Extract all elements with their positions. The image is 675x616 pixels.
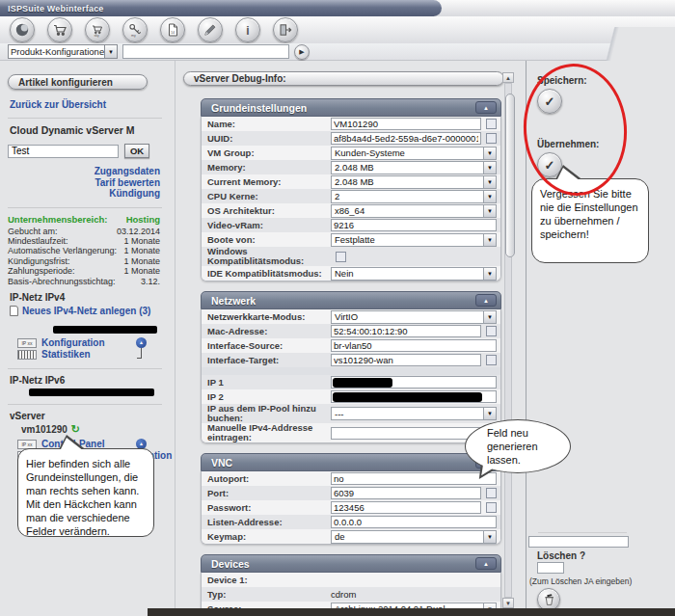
key-icon[interactable]: my [122, 17, 148, 42]
field-select-ip-aus-dem-ip-pool-hinzu-buchen[interactable]: ---▼ [331, 407, 497, 420]
save-button[interactable]: ✓ [537, 89, 562, 114]
configure-article-button[interactable]: Artikel konfigurieren [8, 74, 148, 90]
field-select-netzwerkkarte-modus[interactable]: VirtIO▼ [331, 310, 497, 324]
field-select-current-memory[interactable]: 2.048 MB▼ [331, 175, 497, 189]
svg-text:i: i [246, 24, 249, 38]
form-row [202, 367, 500, 375]
cart-icon[interactable] [47, 17, 72, 42]
section-title: Grundeinstellungen [211, 102, 475, 114]
go-button[interactable]: ▶ [294, 44, 310, 60]
sidebar-link-zugangsdaten[interactable]: Zugangsdaten [8, 166, 160, 177]
field-static-value: cdrom [331, 589, 356, 600]
form-row: Video-vRam: [202, 218, 500, 232]
field-control: x86_64▼ [331, 204, 497, 218]
article-name-input[interactable] [8, 145, 119, 158]
field-select-memory[interactable]: 2.048 MB▼ [331, 161, 497, 174]
field-input-autoport[interactable] [331, 472, 497, 485]
field-select-vm-group[interactable]: Kunden-Systeme▼ [331, 147, 497, 160]
field-select-keymap[interactable]: de▼ [331, 530, 497, 544]
tree-connector [137, 348, 142, 359]
sidebar-item-label: Statistiken [41, 349, 91, 360]
select-value: 2.048 MB [332, 176, 483, 187]
field-input-interface-source[interactable] [331, 339, 497, 352]
edit-checkbox[interactable] [486, 133, 497, 144]
input-wrap [331, 472, 497, 485]
collapse-button[interactable]: ▲ [475, 557, 497, 570]
form-sections: Grundeinstellungen▲Name:UUID:VM Group:Ku… [178, 98, 506, 608]
sidebar-link-k-ndigung[interactable]: Kündigung [8, 188, 160, 200]
select-value: 2.048 MB [332, 162, 483, 173]
field-control [331, 118, 497, 130]
field-select-ide-kompatiblit-tsmodus[interactable]: Nein▼ [331, 267, 497, 281]
delete-confirm-input[interactable] [537, 562, 564, 574]
new-ipv4-link-label: Neues IPv4-Netz anlegen (3) [22, 306, 150, 316]
field-input-name[interactable] [331, 118, 481, 130]
form-row: Typ:cdrom [202, 587, 500, 602]
new-ipv4-link[interactable]: Neues IPv4-Netz anlegen (3) [10, 306, 167, 316]
collapse-button[interactable]: ▲ [475, 101, 497, 114]
field-control [331, 252, 497, 262]
refresh-icon[interactable]: ↻ [71, 424, 80, 434]
edit-checkbox[interactable] [486, 119, 497, 129]
field-input-video-vram[interactable] [331, 219, 497, 231]
contract-header-label: Unternehmensbereich: [8, 214, 126, 225]
input-wrap [331, 390, 497, 403]
extra-field[interactable] [528, 536, 629, 548]
dropdown-arrow-icon: ▼ [483, 162, 496, 174]
info-label: Automatische Verlängerung: [8, 246, 123, 255]
moon-icon[interactable] [10, 17, 35, 42]
field-input-port[interactable] [331, 487, 481, 499]
cart-small-icon[interactable]: sky [85, 17, 110, 42]
bottom-bar [148, 608, 675, 616]
document-icon[interactable]: 14 [160, 17, 185, 42]
field-input-uuid[interactable] [331, 132, 481, 145]
dropdown-arrow-icon: ▼ [483, 147, 496, 159]
field-input-listen-addresse[interactable] [331, 516, 497, 528]
info-icon[interactable]: i [235, 17, 260, 42]
collapse-button[interactable]: ▲ [475, 294, 497, 307]
edit-checkbox[interactable] [486, 355, 497, 365]
check-icon: ✓ [545, 158, 555, 173]
check-icon: ✓ [545, 94, 555, 109]
field-label: Windows Kompatiblitätsmodus: [207, 247, 331, 266]
search-input[interactable] [122, 44, 289, 59]
scroll-down-icon[interactable]: ▼ [502, 598, 514, 608]
scrollbar-track[interactable] [504, 83, 512, 598]
field-control [331, 390, 497, 403]
field-input-interface-target[interactable] [331, 354, 481, 366]
field-select-os-architektur[interactable]: x86_64▼ [331, 204, 497, 218]
field-input-mac-adresse[interactable] [331, 325, 481, 337]
field-control [331, 487, 497, 499]
field-label: UUID: [207, 134, 331, 144]
scrollbar-thumb[interactable] [505, 94, 515, 257]
chevron-down-icon[interactable]: ▼ [104, 45, 117, 58]
field-select-cpu-kerne[interactable]: 2▼ [331, 190, 497, 203]
section-title: Netzwerk [211, 295, 475, 307]
field-input-passwort[interactable] [331, 501, 481, 514]
form-row: OS Architektur:x86_64▼ [202, 203, 500, 218]
edit-checkbox[interactable] [486, 488, 497, 498]
edit-checkbox[interactable] [486, 502, 497, 513]
scroll-to-top-icon[interactable]: ▲ [136, 337, 147, 348]
logout-icon[interactable] [273, 17, 298, 42]
info-value: 1 Monate [123, 236, 160, 246]
ok-button[interactable]: OK [124, 144, 149, 158]
field-select-boote-von[interactable]: Festplatte▼ [331, 233, 497, 247]
back-to-overview-link[interactable]: Zurück zur Übersicht [10, 99, 167, 110]
field-control [331, 354, 497, 366]
dropdown-arrow-icon: ▼ [483, 531, 496, 543]
brush-icon[interactable] [198, 17, 223, 42]
field-label: Passwort: [207, 503, 331, 513]
vertical-scrollbar[interactable]: ▲ ▼ [502, 72, 514, 608]
input-wrap [331, 339, 497, 352]
sidebar-link-tarif-bewerten[interactable]: Tarif bewerten [8, 177, 160, 189]
field-label: Autoport: [207, 474, 331, 484]
category-select[interactable]: Produkt-Konfigurationen ▼ [8, 44, 118, 59]
edit-checkbox[interactable] [486, 326, 497, 336]
section-body: Netzwerkkarte-Modus:VirtIO▼Mac-Adresse:I… [201, 309, 501, 443]
section-header: Netzwerk▲ [201, 291, 501, 309]
sidebar-item-label: Konfiguration [41, 337, 105, 348]
form-row: Netzwerkkarte-Modus:VirtIO▼ [202, 309, 500, 324]
scroll-up-icon[interactable]: ▲ [502, 72, 514, 83]
edit-checkbox[interactable] [336, 252, 346, 262]
